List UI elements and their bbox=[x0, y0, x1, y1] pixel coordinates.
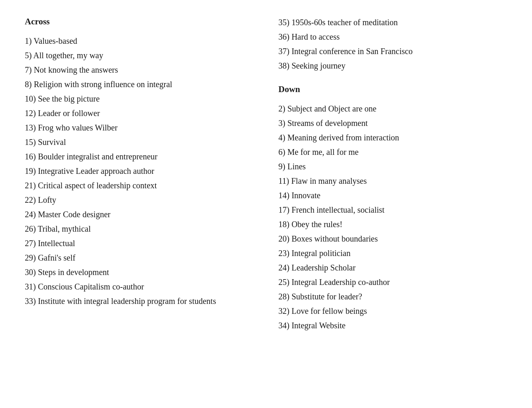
list-item: 32) Love for fellow beings bbox=[279, 305, 508, 317]
list-item: 24) Master Code designer bbox=[25, 209, 254, 221]
list-item: 35) 1950s-60s teacher of meditation bbox=[279, 17, 508, 28]
list-item: 30) Steps in development bbox=[25, 266, 254, 278]
list-item: 34) Integral Website bbox=[279, 320, 508, 332]
list-item: 31) Conscious Capitalism co-author bbox=[25, 281, 254, 293]
list-item: 18) Obey the rules! bbox=[279, 218, 508, 230]
list-item: 13) Frog who values Wilber bbox=[25, 122, 254, 134]
list-item: 27) Intellectual bbox=[25, 237, 254, 249]
list-item: 12) Leader or follower bbox=[25, 107, 254, 119]
list-item: 6) Me for me, all for me bbox=[279, 146, 508, 158]
list-item: 24) Leadership Scholar bbox=[279, 262, 508, 274]
list-item: 37) Integral conference in San Francisco bbox=[279, 45, 508, 57]
list-item: 11) Flaw in many analyses bbox=[279, 175, 508, 187]
list-item: 19) Integrative Leader approach author bbox=[25, 165, 254, 177]
list-item: 22) Lofty bbox=[25, 194, 254, 206]
list-item: 20) Boxes without boundaries bbox=[279, 233, 508, 245]
down-title: Down bbox=[279, 84, 508, 95]
across-clue-list: 1) Values-based5) All together, my way7)… bbox=[25, 35, 254, 307]
list-item: 17) French intellectual, socialist bbox=[279, 204, 508, 216]
list-item: 25) Integral Leadership co-author bbox=[279, 276, 508, 288]
list-item: 23) Integral politician bbox=[279, 247, 508, 259]
list-item: 3) Streams of development bbox=[279, 117, 508, 129]
list-item: 2) Subject and Object are one bbox=[279, 103, 508, 115]
list-item: 9) Lines bbox=[279, 161, 508, 173]
down-clue-list: 2) Subject and Object are one3) Streams … bbox=[279, 103, 508, 332]
across-title: Across bbox=[25, 17, 254, 27]
list-item: 26) Tribal, mythical bbox=[25, 223, 254, 235]
list-item: 16) Boulder integralist and entrepreneur bbox=[25, 151, 254, 163]
list-item: 15) Survival bbox=[25, 136, 254, 148]
list-item: 28) Substitute for leader? bbox=[279, 291, 508, 303]
list-item: 7) Not knowing the answers bbox=[25, 64, 254, 76]
list-item: 14) Innovate bbox=[279, 190, 508, 202]
list-item: 8) Religion with strong influence on int… bbox=[25, 78, 254, 90]
main-content: Across 1) Values-based5) All together, m… bbox=[25, 17, 507, 334]
list-item: 5) All together, my way bbox=[25, 50, 254, 62]
list-item: 29) Gafni's self bbox=[25, 252, 254, 264]
left-column: Across 1) Values-based5) All together, m… bbox=[25, 17, 254, 334]
list-item: 4) Meaning derived from interaction bbox=[279, 132, 508, 144]
right-column: 35) 1950s-60s teacher of meditation36) H… bbox=[279, 17, 508, 334]
list-item: 1) Values-based bbox=[25, 35, 254, 47]
across-continued-clue-list: 35) 1950s-60s teacher of meditation36) H… bbox=[279, 17, 508, 72]
list-item: 21) Critical aspect of leadership contex… bbox=[25, 180, 254, 192]
list-item: 36) Hard to access bbox=[279, 31, 508, 43]
list-item: 10) See the big picture bbox=[25, 93, 254, 105]
list-item: 38) Seeking journey bbox=[279, 60, 508, 72]
list-item: 33) Institute with integral leadership p… bbox=[25, 295, 254, 307]
